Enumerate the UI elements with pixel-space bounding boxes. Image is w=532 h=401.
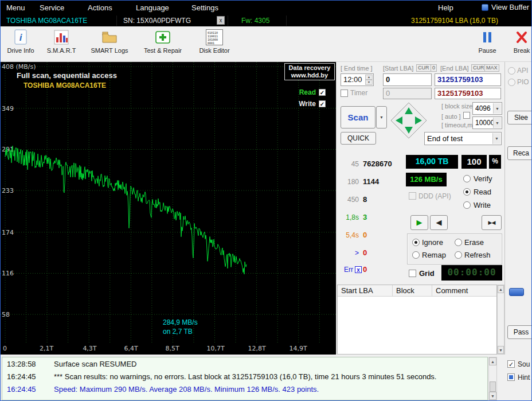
start-lba-input[interactable]: 0 xyxy=(383,73,432,86)
auto-checkbox[interactable] xyxy=(463,112,470,119)
start-scan-button[interactable]: ▶ xyxy=(410,215,428,230)
spin-down-button[interactable]: ▼ xyxy=(365,80,373,85)
column-header-comment[interactable]: Comment xyxy=(432,285,496,297)
defect-table[interactable]: Start LBA Block Comment xyxy=(337,285,497,355)
start-lba-cur-button[interactable]: CUR xyxy=(416,64,431,72)
pio-label: PIO xyxy=(517,78,529,86)
log-entry: 16:24:45 Speed: Maximum 290 MB/s. Averag… xyxy=(2,385,487,395)
sleep-button[interactable]: Slee xyxy=(507,111,532,124)
block-size-value: 4096 xyxy=(475,104,491,112)
timer-checkbox[interactable] xyxy=(341,89,348,97)
smart-logs-button[interactable]: SMART Logs xyxy=(88,29,131,54)
smart-label: S.M.A.R.T xyxy=(47,47,76,54)
quick-button[interactable]: QUICK xyxy=(341,132,376,145)
sound-checkbox[interactable]: ✓ xyxy=(507,360,515,368)
table-scrollbar[interactable]: ▲ ▼ xyxy=(497,285,504,355)
readout-speed: 284,9 MB/s xyxy=(163,318,198,327)
menu-item-menu[interactable]: Menu xyxy=(6,3,25,12)
log-panel[interactable]: 13:28:58 Surface scan RESUMED 16:24:45 *… xyxy=(2,357,488,400)
drive-info-button[interactable]: i Drive Info xyxy=(3,29,38,54)
ddd-label: DDD (API) xyxy=(418,192,451,200)
pause-button[interactable]: Pause xyxy=(472,29,503,54)
menu-item-help[interactable]: Help xyxy=(438,3,453,12)
menu-item-settings[interactable]: Settings xyxy=(191,3,218,12)
repair-mode-panel: Ignore Erase Remap Refresh xyxy=(407,233,502,264)
view-buffer-button[interactable]: View Buffer xyxy=(482,3,529,11)
write-radio[interactable] xyxy=(463,201,471,209)
test-repair-button[interactable]: Test & Repair xyxy=(138,29,187,54)
menu-item-actions[interactable]: Actions xyxy=(88,3,112,12)
scan-dropdown-button[interactable]: ▼ xyxy=(376,106,387,129)
chevron-down-icon[interactable]: ▼ xyxy=(493,103,501,114)
write-checkbox[interactable]: ✓ xyxy=(319,100,326,107)
break-icon xyxy=(515,29,528,46)
start-lba-zero-button[interactable]: 0 xyxy=(431,64,437,72)
disk-editor-button[interactable]: 010110 110011 101000 0001 Disk Editor xyxy=(194,29,234,54)
scroll-down-icon[interactable]: ▼ xyxy=(498,346,504,354)
ignore-radio[interactable] xyxy=(412,239,420,246)
verify-radio[interactable] xyxy=(463,175,471,182)
refresh-radio[interactable] xyxy=(455,251,462,259)
end-lba-input[interactable]: 31251759103 xyxy=(435,73,501,86)
end-of-test-select[interactable]: End of test ▼ xyxy=(424,132,502,145)
device-serial: SN: 15X0A0PDFWTG xyxy=(123,17,191,25)
scrollbar-thumb[interactable] xyxy=(490,381,496,392)
chevron-down-icon: ▼ xyxy=(380,115,384,119)
stat-value-180: 1144 xyxy=(363,177,379,186)
pass-button[interactable]: Pass xyxy=(507,325,532,339)
svg-text:174: 174 xyxy=(2,229,14,236)
menu-item-language[interactable]: Language xyxy=(136,3,169,12)
speed-chart: 408 (MB/s)3492912331741165802,1T4,3T6,4T… xyxy=(1,62,336,355)
drive-info-label: Drive Info xyxy=(7,47,34,54)
end-lba-max-button[interactable]: MAX xyxy=(484,64,499,72)
scroll-up-icon[interactable]: ▲ xyxy=(498,285,504,293)
block-size-select[interactable]: 4096 ▼ xyxy=(472,102,502,115)
dpad-control[interactable] xyxy=(390,102,428,139)
column-header-start-lba[interactable]: Start LBA xyxy=(338,285,393,297)
block-size-label: [ block size ] xyxy=(441,103,476,110)
svg-text:349: 349 xyxy=(2,105,14,112)
scroll-up-icon[interactable]: ▲ xyxy=(489,357,496,365)
svg-text:6,4T: 6,4T xyxy=(124,345,138,352)
view-buffer-label: View Buffer xyxy=(491,3,529,11)
device-model[interactable]: TOSHIBA MG08ACA16TE xyxy=(6,17,87,25)
end-lba-cur-button[interactable]: CUR xyxy=(471,64,486,72)
end-of-test-value: End of test xyxy=(427,134,463,143)
column-header-block[interactable]: Block xyxy=(393,285,432,297)
log-scrollbar[interactable]: ▲ ▼ xyxy=(488,357,497,400)
scan-button[interactable]: Scan xyxy=(341,106,375,129)
read-checkbox[interactable]: ✓ xyxy=(319,89,326,96)
break-button[interactable]: Break xyxy=(508,29,532,54)
stat-label-45: 45 xyxy=(338,160,359,168)
device-close-button[interactable]: x xyxy=(217,16,225,25)
timer-label: Timer xyxy=(350,89,367,97)
end-time-input[interactable]: 12:00 ▲ ▼ xyxy=(341,73,374,86)
chevron-down-icon[interactable]: ▼ xyxy=(492,133,500,144)
erase-radio[interactable] xyxy=(455,239,462,246)
log-entry: 16:24:45 *** Scan results: no warnings, … xyxy=(2,372,487,383)
stat-value-5-4s: 0 xyxy=(363,231,367,239)
hint-checkbox[interactable] xyxy=(507,373,515,381)
remap-radio[interactable] xyxy=(412,251,420,259)
read-radio[interactable] xyxy=(463,188,471,196)
log-time: 16:24:45 xyxy=(7,385,36,394)
timeout-select[interactable]: 10000 ▼ xyxy=(472,116,502,129)
reverse-button[interactable]: ◀ xyxy=(430,215,448,230)
to-start-button[interactable]: ▶◀ xyxy=(482,215,502,230)
legend-write: Write ✓ xyxy=(299,100,326,108)
menu-item-service[interactable]: Service xyxy=(40,3,64,12)
disk-editor-icon: 010110 110011 101000 0001 xyxy=(206,29,223,46)
smart-button[interactable]: S.M.A.R.T xyxy=(43,29,80,54)
last-lba-field: 31251759103 xyxy=(435,88,501,99)
chevron-down-icon[interactable]: ▼ xyxy=(493,118,501,128)
right-strip: API PIO Slee Reca Pass xyxy=(504,62,532,355)
grid-checkbox[interactable] xyxy=(409,270,416,277)
victoria-window: Menu Service Actions Language Settings H… xyxy=(0,0,532,401)
cursor-readout: 284,9 MB/s on 2,7 TB xyxy=(163,318,198,336)
stat-label-1-8s: 1,8s xyxy=(338,213,359,221)
recal-button[interactable]: Reca xyxy=(507,146,532,160)
scroll-down-icon[interactable]: ▼ xyxy=(489,392,496,400)
svg-text:14,9T: 14,9T xyxy=(289,345,307,352)
graph-title: Full scan, sequential access xyxy=(17,71,117,80)
spin-up-button[interactable]: ▲ xyxy=(365,75,373,80)
